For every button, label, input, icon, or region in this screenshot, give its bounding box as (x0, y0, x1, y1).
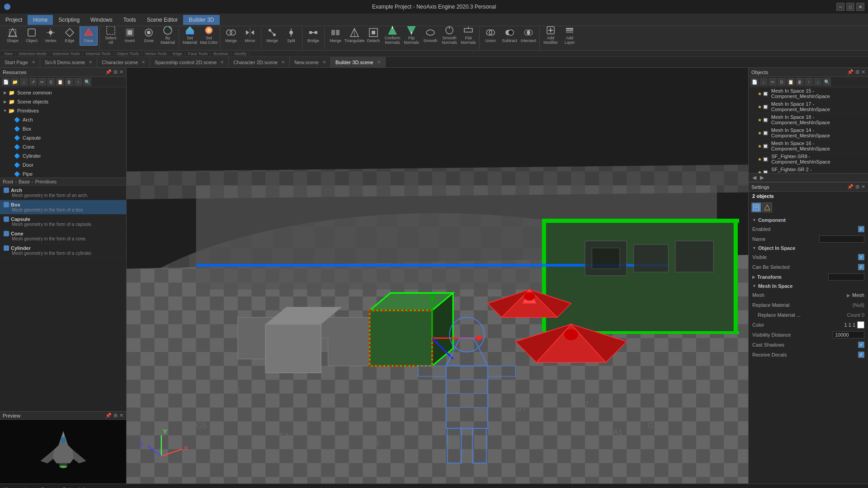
tool-edge[interactable]: Edge (61, 26, 79, 46)
menu-project[interactable]: Project (0, 15, 28, 25)
viewport[interactable]: G5 F4 F5 G5 H8 A1 G7 E7 F6 F8 G7 H7 X Y (127, 68, 748, 483)
settings-expand[interactable]: ⊞ (855, 184, 859, 190)
res-cut[interactable]: ✂ (38, 78, 46, 86)
settings-component-header[interactable]: ▼ Component (749, 216, 868, 224)
settings-tab-events[interactable] (762, 202, 772, 212)
tool-intersect[interactable]: Intersect (519, 26, 538, 46)
close-button[interactable]: ✕ (856, 3, 864, 11)
objects-close[interactable]: ✕ (861, 69, 865, 75)
settings-meshinspace-header[interactable]: ▼ Mesh In Space (749, 282, 868, 290)
obj-sf2[interactable]: ★ 🔲 SF_Fighter-SR 2 - Component_MeshInSp… (749, 166, 868, 173)
res-search[interactable]: 🔍 (83, 78, 91, 86)
tool-add-layer[interactable]: AddLayer (561, 26, 579, 46)
settings-tab-properties[interactable] (751, 202, 761, 212)
res-delete[interactable]: 🗑 (65, 78, 73, 86)
tool-split[interactable]: Split (282, 26, 300, 46)
tool-merge-vtx[interactable]: Merge (263, 26, 281, 46)
tool-mirror[interactable]: Mirror (241, 26, 259, 46)
status-debug-info[interactable]: Debug Info (63, 487, 87, 488)
component-expand-icon[interactable]: ▼ (752, 218, 756, 222)
objects-next[interactable]: ▶ (758, 174, 766, 181)
menu-scene-editor[interactable]: Scene Editor (142, 15, 184, 25)
status-output[interactable]: Output (41, 487, 56, 488)
tab-character-close[interactable]: ✕ (142, 60, 145, 65)
menu-home[interactable]: Home (28, 15, 53, 25)
tool-merge-obj[interactable]: Merge (222, 26, 240, 46)
window-controls[interactable]: ─ □ ✕ (836, 3, 864, 11)
tool-grow[interactable]: Grow (140, 26, 158, 46)
tab-spaceship-close[interactable]: ✕ (220, 60, 224, 65)
settings-close[interactable]: ✕ (861, 184, 865, 190)
tool-set-material-color[interactable]: SetMat.Color (200, 26, 218, 46)
status-message-log[interactable]: Message Log (4, 487, 33, 488)
tool-smooth-normals[interactable]: SmoothNormals (440, 26, 458, 46)
transform-input[interactable] (828, 273, 864, 281)
tree-cone[interactable]: 🔷 Cone (0, 142, 126, 151)
tab-new-scene-close[interactable]: ✕ (322, 60, 326, 65)
obj-down[interactable]: ↓ (814, 78, 822, 86)
tool-smooth[interactable]: Smooth (421, 26, 439, 46)
name-input[interactable] (819, 235, 864, 243)
tool-add-modifier[interactable]: AddModifier (542, 26, 560, 46)
tool-conform-normals[interactable]: ConformNormals (383, 26, 401, 46)
tab-new-scene[interactable]: New.scene ✕ (290, 57, 331, 68)
obj-copy[interactable]: ⎘ (778, 78, 786, 86)
tool-subtract[interactable]: Subtract (500, 26, 519, 46)
list-item-cone[interactable]: Cone Mesh geometry in the form of a cone… (0, 229, 126, 244)
resources-close-button[interactable]: ✕ (119, 69, 123, 75)
color-swatch[interactable] (857, 321, 864, 328)
resources-expand-button[interactable]: ⊞ (113, 69, 118, 75)
tool-bridge[interactable]: Bridge (304, 26, 322, 46)
tool-shape[interactable]: Shape (4, 26, 22, 46)
tree-primitives[interactable]: ▼ 📂 Primitives (0, 106, 126, 115)
objects-prev[interactable]: ◀ (750, 174, 758, 181)
obj-sf1[interactable]: ★ 🔲 SF_Fighter-SR8 - Component_MeshInSpa… (749, 153, 868, 166)
res-new-folder[interactable]: 📁 (11, 78, 19, 86)
tree-scene-common-toggle[interactable]: ▶ (2, 89, 8, 96)
tool-flip-normals[interactable]: FlipNormals (402, 26, 420, 46)
list-item-arch[interactable]: Arch Mesh geometry in the form of an arc… (0, 186, 126, 200)
tree-primitives-toggle[interactable]: ▼ (2, 108, 8, 114)
obj-search[interactable]: 🔍 (823, 78, 831, 86)
settings-objectinspace-header[interactable]: ▼ Object In Space (749, 244, 868, 252)
obj-paste[interactable]: 📋 (787, 78, 795, 86)
tree-pipe[interactable]: 🔷 Pipe (0, 169, 126, 178)
obj-mesh14[interactable]: ★ 🔲 Mesh In Space 14 - Component_MeshInS… (749, 127, 868, 140)
tab-scifi-close[interactable]: ✕ (89, 60, 92, 65)
visibility-input[interactable] (833, 331, 864, 338)
tab-scifi-demo[interactable]: Sci-fi Demo.scene ✕ (40, 57, 97, 68)
tab-builder-3d[interactable]: Builder 3D.scene ✕ (331, 57, 386, 68)
tree-scene-common[interactable]: ▶ 📁 Scene common (0, 88, 126, 97)
settings-pin[interactable]: 📌 (847, 184, 854, 190)
preview-close[interactable]: ✕ (119, 413, 123, 418)
res-paste[interactable]: 📋 (56, 78, 64, 86)
castshadows-checkbox[interactable] (858, 342, 864, 348)
tab-start-page[interactable]: Start Page ✕ (0, 57, 40, 68)
obj-import[interactable]: ↓ (760, 78, 768, 86)
objects-expand[interactable]: ⊞ (855, 69, 859, 75)
menu-windows[interactable]: Windows (85, 15, 118, 25)
res-import[interactable]: ↓ (20, 78, 28, 86)
breadcrumb-base[interactable]: Base (19, 179, 30, 184)
settings-transform-header[interactable]: ▶ Transform (749, 272, 868, 282)
breadcrumb-primitives[interactable]: Primitives (35, 179, 57, 184)
obj-mesh15[interactable]: ★ 🔲 Mesh In Space 15 - Component_MeshInS… (749, 87, 868, 100)
breadcrumb-root[interactable]: Root (3, 179, 13, 184)
tree-door[interactable]: 🔷 Door (0, 160, 126, 169)
receivedecals-checkbox[interactable] (858, 352, 864, 358)
minimize-button[interactable]: ─ (836, 3, 844, 11)
tab-start-page-close[interactable]: ✕ (32, 60, 35, 65)
visible-checkbox[interactable] (858, 254, 864, 260)
tab-character[interactable]: Character.scene ✕ (97, 57, 150, 68)
obj-delete[interactable]: 🗑 (796, 78, 804, 86)
maximize-button[interactable]: □ (846, 3, 854, 11)
obj-mesh18[interactable]: ★ 🔲 Mesh In Space 18 - Component_MeshInS… (749, 113, 868, 127)
list-item-cylinder[interactable]: Cylinder Mesh geometry in the form of a … (0, 244, 126, 258)
tool-face[interactable]: Face (80, 26, 98, 46)
tree-scene-objects[interactable]: ▶ 📁 Scene objects (0, 97, 126, 106)
menu-tools[interactable]: Tools (118, 15, 142, 25)
tab-character-2d-close[interactable]: ✕ (281, 60, 285, 65)
list-item-box[interactable]: Box Mesh geometry in the form of a box. (0, 200, 126, 215)
res-new-file[interactable]: 📄 (2, 78, 10, 86)
preview-pin[interactable]: 📌 (105, 413, 112, 418)
